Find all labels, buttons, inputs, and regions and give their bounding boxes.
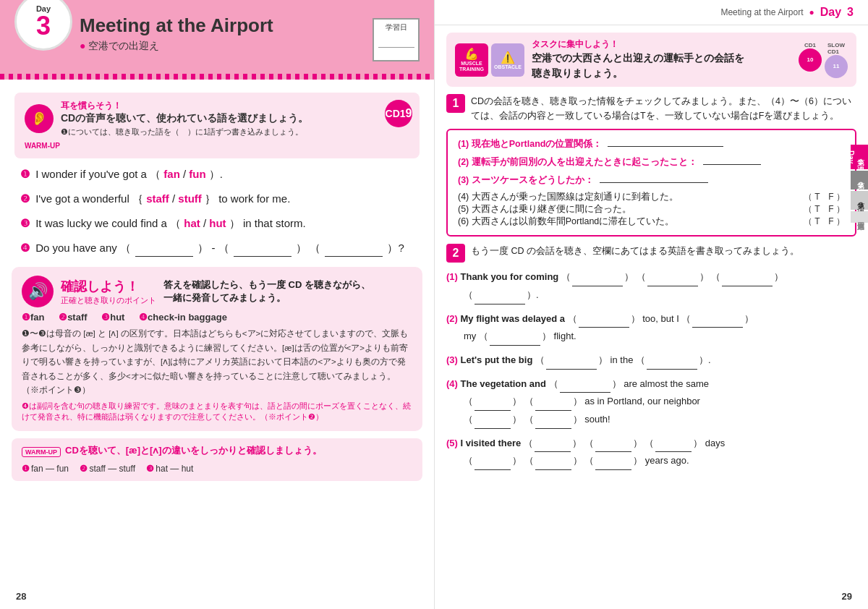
exercise-4: ❹ Do you have any （ ） - （ ） （ ）?	[20, 239, 414, 257]
dot-line-decoration	[0, 74, 434, 80]
exercise-2: ❷ I've got a wonderful ｛ staff / stuff ｝…	[20, 190, 414, 208]
kakunin-instruction: 答えを確認したら、もう一度 CD を聴きながら、 一緒に発音してみましょう。	[163, 278, 412, 304]
cd-slow-badge: SLOWCD1 11	[825, 42, 848, 78]
exercise-3: ❸ It was lucky we could find a （ hat / h…	[20, 215, 414, 232]
kakunin-subtitle: 正確と聴き取りのポイント	[61, 295, 156, 306]
warmup-instruction: CDの音声を聴いて、使われている語を選びましょう。	[61, 112, 308, 125]
obstacle-icon: ⚠️ OBSTACLE	[491, 43, 524, 77]
main-title: Meeting at the Airport	[80, 14, 273, 37]
info-row-1: (1) 現在地とPortlandの位置関係：	[458, 137, 845, 151]
top-banner: Day 3 Meeting at the Airport 空港での出迎え 学習日	[0, 0, 434, 80]
fill-ex-5: (5) I visited there （） （） （） days （） （） …	[446, 435, 856, 470]
fill-ex-4: (4) The vegetation and （） are almost the…	[446, 375, 856, 429]
kakunin-header: 🔊 確認しよう！ 正確と聴き取りのポイント 答えを確認したら、もう一度 CD を…	[22, 276, 412, 307]
bottom-warmup: WARM-UP CDを聴いて、[æ]と[ʌ]の違いをしっかりと確認しましょう。 …	[12, 438, 422, 481]
section2-num: 2	[446, 244, 465, 263]
right-page-number: 29	[842, 591, 852, 602]
section1-header: 1 CDの会話を聴き、聴き取った情報をチェックしてみましょう。また、（4）〜（6…	[446, 94, 856, 123]
info-box: (1) 現在地とPortlandの位置関係： (2) 運転手が前回別の人を出迎え…	[446, 129, 856, 237]
side-tab-week1[interactable]: 第１週Day3	[851, 145, 868, 169]
cd-badge-10: CD1 10	[799, 42, 822, 78]
warmup-text: 耳を慣らそう！ CDの音声を聴いて、使われている語を選びましょう。 ❶については…	[61, 100, 308, 137]
gakushubi-box: 学習日	[373, 18, 420, 61]
task-kana: タスクに集中しよう！	[532, 38, 791, 51]
section2-header: 2 もう一度 CD の会話を聴き、空欄にあてはまる英語を書き取ってみましょう。	[446, 244, 856, 263]
bottom-warmup-items: ❶fan — fun ❷staff — stuff ❸hat — hut	[22, 463, 412, 475]
right-header: Meeting at the Airport ● Day 3	[435, 0, 868, 25]
left-page-number: 28	[16, 591, 26, 602]
side-tab-week4[interactable]: 第四週	[851, 211, 868, 223]
muscle-training-icon: 💪 MUSCLETRAINING	[455, 43, 488, 77]
warmup-sub: ❶については、聴き取った語を（ ）に1語ずつ書き込みましょう。	[61, 127, 308, 137]
kakunin-icon: 🔊	[22, 276, 54, 307]
side-tab-week2[interactable]: 第２週	[851, 171, 868, 189]
task-instruction: 空港での大西さんと出迎えの運転手との会話を聴き取りましょう。	[532, 51, 791, 81]
info-row-2: (2) 運転手が前回別の人を出迎えたときに起こったこと：	[458, 156, 845, 169]
fill-ex-1: (1) Thank you for coming （） （） （） （）.	[446, 268, 856, 304]
task-icon-group: 💪 MUSCLETRAINING ⚠️ OBSTACLE	[455, 43, 524, 77]
gakushubi-label: 学習日	[386, 22, 407, 33]
task-cd-group: CD1 10 SLOWCD1 11	[799, 42, 848, 78]
kakunin-title: 確認しよう！	[61, 278, 156, 295]
kakunin-words: ❶fan ❷staff ❸hut ❹check-in baggage	[22, 312, 412, 323]
page-spread: Day 3 Meeting at the Airport 空港での出迎え 学習日…	[0, 0, 868, 609]
warmup-ear-icon: 👂	[25, 104, 54, 133]
section1-num: 1	[446, 94, 465, 113]
right-page: Meeting at the Airport ● Day 3 💪 MUSCLET…	[434, 0, 868, 609]
left-page: Day 3 Meeting at the Airport 空港での出迎え 学習日…	[0, 0, 434, 609]
bottom-warmup-text: CDを聴いて、[æ]と[ʌ]の違いをしっかりと確認しましょう。	[65, 444, 322, 457]
day-number: 3	[36, 13, 51, 39]
warmup-label: WARM-UP	[25, 142, 409, 150]
info-row-4: (4) 大西さんが乗った国際線は定刻通りに到着した。 （ T F ）	[458, 191, 845, 203]
kakunin-title-area: 確認しよう！ 正確と聴き取りのポイント	[61, 278, 156, 306]
right-side-tabs: 第１週Day3 第２週 第３週 第四週	[851, 145, 868, 223]
exercises-list: ❶ I wonder if you've got a （ fan / fun ）…	[20, 166, 414, 257]
kakunin-body: ❶〜❸は母音の [æ] と [ʌ] の区別です。日本語はどちらも<ア>に対応させ…	[22, 327, 412, 398]
warmup-header: 👂 耳を慣らそう！ CDの音声を聴いて、使われている語を選びましょう。 ❶につい…	[25, 100, 409, 137]
info-row-3: (3) スーツケースをどうしたか：	[458, 174, 845, 187]
warmup-section: 👂 耳を慣らそう！ CDの音声を聴いて、使われている語を選びましょう。 ❶につい…	[14, 93, 420, 158]
fill-ex-2: (2) My flight was delayed a （） too, but …	[446, 310, 856, 346]
fill-exercises: (1) Thank you for coming （） （） （） （）. (2…	[446, 268, 856, 470]
info-row-5: (5) 大西さんは乗り継ぎ便に間に合った。 （ T F ）	[458, 203, 845, 216]
task-text-area: タスクに集中しよう！ 空港での大西さんと出迎えの運転手との会話を聴き取りましょう…	[532, 38, 791, 81]
info-row-6: (6) 大西さんは以前数年間Portlandに滞在していた。 （ T F ）	[458, 216, 845, 228]
right-header-day: Day	[820, 6, 841, 19]
day-circle: Day 3	[14, 0, 72, 51]
right-header-title: Meeting at the Airport	[720, 7, 803, 17]
task-banner: 💪 MUSCLETRAINING ⚠️ OBSTACLE タスクに集中しよう！ …	[446, 33, 856, 87]
section2-text: もう一度 CD の会話を聴き、空欄にあてはまる英語を書き取ってみましょう。	[471, 244, 856, 258]
fill-ex-3: (3) Let's put the big （） in the （）.	[446, 352, 856, 370]
kakunin-note1: ❹は副詞を含む句の聴き取り練習です。意味のまとまりを表す句は、語と語の間にポーズ…	[22, 401, 412, 422]
kakunin-section: 🔊 確認しよう！ 正確と聴き取りのポイント 答えを確認したら、もう一度 CD を…	[12, 267, 422, 431]
right-header-daynum: 3	[847, 6, 854, 19]
cd-badge: CD1 9	[385, 100, 412, 127]
sub-title: 空港での出迎え	[80, 40, 273, 53]
exercise-1: ❶ I wonder if you've got a （ fan / fun ）…	[20, 166, 414, 183]
section1-text: CDの会話を聴き、聴き取った情報をチェックしてみましょう。また、（4）〜（6）に…	[471, 94, 856, 123]
title-area: Meeting at the Airport 空港での出迎え	[80, 14, 273, 53]
warmup-kana: 耳を慣らそう！	[61, 100, 308, 112]
side-tab-week3[interactable]: 第３週	[851, 191, 868, 210]
